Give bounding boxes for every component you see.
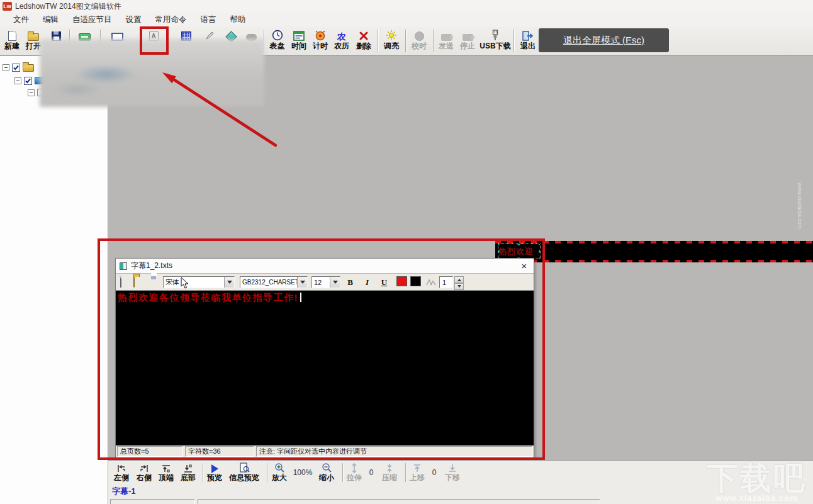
- time-icon: [293, 28, 305, 41]
- lunar-calendar-button[interactable]: 农 农历: [331, 28, 352, 55]
- clock-dial-button[interactable]: 表盘: [266, 28, 288, 55]
- brightness-button[interactable]: 调亮: [380, 28, 403, 55]
- current-subtitle-label: 字幕-1: [112, 486, 136, 497]
- bottom-statusbar: 字幕-1: [108, 484, 813, 504]
- subtitle-text: 热烈欢迎各位领导莅临我单位指导工作!: [118, 292, 298, 303]
- underline-button[interactable]: U: [378, 276, 391, 288]
- stepper-down-icon[interactable]: [454, 283, 464, 290]
- new-file-icon: [8, 28, 16, 41]
- move-value: 0: [428, 462, 440, 484]
- zoom-out-button[interactable]: 缩小: [316, 462, 337, 484]
- font-size-select[interactable]: 12: [311, 276, 340, 288]
- spacing-value-input[interactable]: 1: [439, 276, 453, 288]
- total-pages-status: 总页数=5: [117, 446, 183, 457]
- resize-handle[interactable]: [498, 250, 500, 253]
- font-family-select[interactable]: 宋体: [163, 276, 235, 288]
- window-titlebar: Lw LedshowTW 2014图文编辑软件: [0, 0, 813, 13]
- exit-button[interactable]: 退出: [517, 28, 539, 55]
- expander-icon[interactable]: [14, 77, 21, 84]
- menu-file[interactable]: 文件: [6, 13, 36, 27]
- usb-download-button[interactable]: USB下载: [479, 28, 511, 55]
- dialog-open-button[interactable]: [133, 276, 135, 288]
- dialog-new-button[interactable]: [120, 276, 121, 288]
- align-top-button[interactable]: 顶端: [155, 462, 177, 484]
- resize-handle[interactable]: [517, 244, 520, 245]
- align-right-icon: [139, 462, 149, 473]
- menu-adaptive-program[interactable]: 自适应节目: [65, 13, 119, 27]
- stretch-value: 0: [365, 462, 378, 484]
- new-button[interactable]: 新建: [1, 28, 23, 55]
- char-spacing-icon: [426, 277, 436, 289]
- menu-common-commands[interactable]: 常用命令: [149, 13, 194, 27]
- tree-item-root[interactable]: [3, 64, 34, 72]
- window-title: LedshowTW 2014图文编辑软件: [15, 1, 121, 12]
- dropdown-arrow-icon[interactable]: [224, 277, 234, 288]
- resize-handle[interactable]: [498, 244, 500, 245]
- program-tree-panel: [0, 56, 108, 504]
- text-color-swatch[interactable]: [396, 276, 407, 286]
- subtitle-editor-dialog: 字幕1_2.txts × 宋体 GB2312_CHARSET 12 B I U: [115, 258, 534, 458]
- bold-button[interactable]: B: [344, 276, 357, 288]
- time-button[interactable]: 时间: [288, 28, 310, 55]
- compress-icon: [385, 462, 394, 473]
- charset-select[interactable]: GB2312_CHARSET: [240, 276, 308, 288]
- time-sync-button: 校时: [408, 28, 430, 55]
- stretch-button: 拉伸: [344, 462, 365, 484]
- blurred-region: [40, 39, 264, 107]
- led-preview-text: 热烈欢迎: [498, 247, 534, 256]
- info-preview-button[interactable]: 信息预览: [225, 462, 263, 484]
- delete-button[interactable]: 删除: [352, 28, 375, 55]
- dropdown-arrow-icon[interactable]: [330, 277, 340, 288]
- subtitle-text-editor[interactable]: 热烈欢迎各位领导莅临我单位指导工作!: [116, 291, 534, 445]
- dialog-close-button[interactable]: ×: [519, 260, 530, 272]
- move-down-button: 下移: [442, 462, 463, 484]
- checkbox-checked-icon[interactable]: [12, 64, 20, 72]
- preview-button[interactable]: 预览: [204, 462, 225, 484]
- align-right-button[interactable]: 右侧: [133, 462, 155, 484]
- dropdown-arrow-icon[interactable]: [297, 277, 307, 288]
- exit-door-icon: [522, 28, 534, 41]
- stepper-up-icon[interactable]: [454, 276, 464, 283]
- italic-button[interactable]: I: [361, 276, 374, 288]
- menu-language[interactable]: 语言: [194, 13, 223, 27]
- spacing-stepper[interactable]: [454, 276, 464, 288]
- clock-dial-icon: [272, 28, 283, 41]
- zoom-in-button[interactable]: 放大: [269, 462, 290, 484]
- background-color-swatch[interactable]: [410, 276, 421, 286]
- open-folder-icon: [28, 28, 39, 41]
- dialog-titlebar[interactable]: 字幕1_2.txts ×: [116, 259, 534, 274]
- zoom-level-value: 100%: [290, 462, 315, 484]
- app-logo-icon: Lw: [3, 2, 12, 11]
- resize-handle[interactable]: [539, 257, 541, 259]
- menu-edit[interactable]: 编辑: [36, 13, 65, 27]
- led-display-strip: 热烈欢迎: [495, 241, 813, 262]
- checkbox-checked-icon[interactable]: [24, 77, 32, 85]
- expander-icon[interactable]: [28, 89, 35, 96]
- lunar-calendar-icon: 农: [337, 28, 346, 41]
- stop-icon: [463, 28, 473, 41]
- exit-fullscreen-button[interactable]: 退出全屏模式 (Esc): [539, 28, 669, 52]
- dialog-title: 字幕1_2.txts: [131, 260, 515, 271]
- exit-fullscreen-label: 退出全屏模式 (Esc): [563, 35, 644, 47]
- menu-settings[interactable]: 设置: [119, 13, 149, 27]
- move-up-button: 上移: [407, 462, 428, 484]
- selected-led-element[interactable]: 热烈欢迎: [498, 244, 541, 259]
- align-top-icon: [161, 462, 171, 473]
- align-bottom-button[interactable]: 底部: [177, 462, 199, 484]
- resize-handle[interactable]: [539, 244, 541, 245]
- zoom-in-icon: [274, 462, 285, 473]
- compress-button: 压缩: [379, 462, 400, 484]
- note-status: 注意: 字间距仅对选中内容进行调节: [256, 446, 532, 457]
- usb-icon: [491, 28, 500, 41]
- resize-handle[interactable]: [539, 250, 541, 253]
- expander-icon[interactable]: [3, 64, 9, 71]
- menu-help[interactable]: 帮助: [223, 13, 253, 27]
- move-down-icon: [448, 462, 457, 473]
- align-left-button[interactable]: 左侧: [111, 462, 132, 484]
- timer-button[interactable]: 计时: [310, 28, 331, 55]
- play-preview-icon: [211, 462, 218, 473]
- folder-icon: [23, 64, 34, 72]
- text-caret: [300, 293, 301, 302]
- status-cell: [110, 499, 195, 504]
- move-up-icon: [413, 462, 422, 473]
